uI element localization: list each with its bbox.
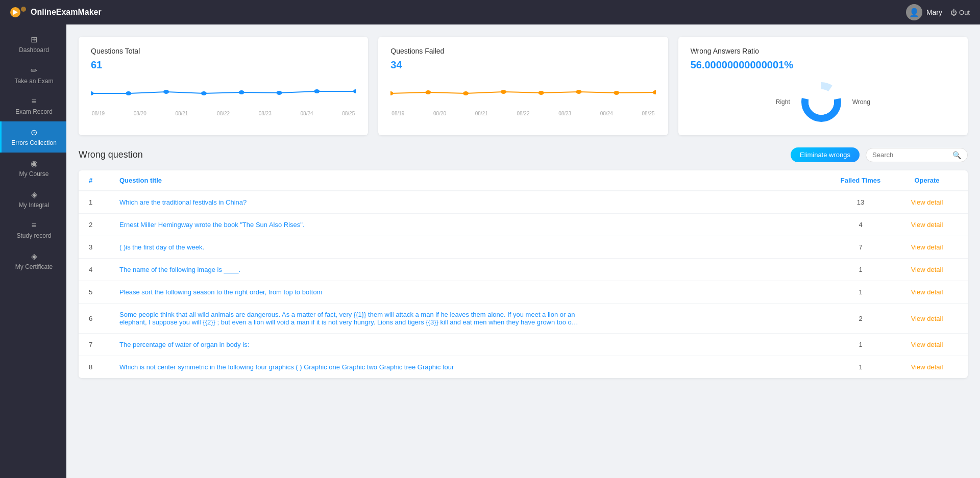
questions-total-chart	[91, 79, 356, 110]
stat-card-questions-total: Questions Total 61	[79, 37, 368, 135]
cell-num: 8	[89, 363, 119, 371]
cell-title[interactable]: Ernest Miller Hemingway wrote the book "…	[119, 221, 579, 229]
stat-card-questions-failed: Questions Failed 34	[378, 37, 668, 135]
cell-num: 3	[89, 243, 119, 251]
layout: ⊞ Dashboard ✏ Take an Exam ≡ Exam Record…	[0, 24, 980, 478]
logo: OnlineExamMaker	[10, 4, 102, 20]
dashboard-icon: ⊞	[31, 35, 37, 44]
avatar: 👤	[906, 4, 922, 20]
col-header-title: Question title	[119, 177, 825, 184]
table-body: 1 Which are the traditional festivals in…	[79, 191, 968, 378]
sidebar-item-my-course[interactable]: ◉ My Course	[0, 153, 66, 184]
cell-num: 2	[89, 221, 119, 229]
view-detail-button[interactable]: View detail	[896, 315, 958, 322]
view-detail-button[interactable]: View detail	[896, 288, 958, 296]
cell-failed: 1	[825, 288, 896, 296]
cell-failed: 7	[825, 243, 896, 251]
section-title: Wrong question	[79, 149, 143, 160]
main-content: Questions Total 61	[66, 24, 980, 478]
study-record-icon: ≡	[32, 221, 36, 230]
eliminate-wrongs-button[interactable]: Eliminate wrongs	[791, 147, 860, 162]
table-row: 3 ( )is the first day of the week. 7 Vie…	[79, 236, 968, 259]
user-name: Mary	[926, 8, 942, 16]
sidebar-label-study-record: Study record	[16, 232, 51, 239]
section-actions: Eliminate wrongs 🔍	[791, 147, 968, 162]
my-certificate-icon: ◈	[31, 251, 37, 261]
svg-point-13	[463, 91, 469, 95]
svg-point-8	[277, 91, 282, 95]
svg-point-12	[426, 90, 431, 94]
table-row: 8 Which is not center symmetric in the f…	[79, 356, 968, 378]
col-header-failed: Failed Times	[825, 177, 896, 184]
search-box[interactable]: 🔍	[866, 148, 968, 162]
topnav: OnlineExamMaker 👤 Mary ⏻ Out	[0, 0, 980, 24]
sidebar: ⊞ Dashboard ✏ Take an Exam ≡ Exam Record…	[0, 24, 66, 478]
sidebar-label-exam-record: Exam Record	[15, 108, 53, 115]
user-info[interactable]: 👤 Mary	[906, 4, 942, 20]
cell-title[interactable]: ( )is the first day of the week.	[119, 243, 579, 251]
sidebar-item-my-certificate[interactable]: ◈ My Certificate	[0, 245, 66, 276]
questions-failed-xaxis: 08/19 08/20 08/21 08/22 08/23 08/24 08/2…	[390, 111, 655, 116]
table-row: 7 The percentage of water of organ in bo…	[79, 334, 968, 356]
cell-title[interactable]: Which is not center symmetric in the fol…	[119, 363, 579, 371]
table-row: 1 Which are the traditional festivals in…	[79, 191, 968, 214]
svg-point-2	[21, 7, 26, 12]
cell-num: 5	[89, 288, 119, 296]
table-row: 6 Some people think that all wild animal…	[79, 304, 968, 334]
donut-left-label-container: Right	[776, 98, 790, 106]
sidebar-label-my-certificate: My Certificate	[15, 263, 53, 270]
cell-num: 6	[89, 315, 119, 322]
app-name: OnlineExamMaker	[31, 8, 102, 17]
take-exam-icon: ✏	[31, 66, 37, 76]
cell-title[interactable]: The percentage of water of organ in body…	[119, 341, 579, 348]
search-input[interactable]	[872, 151, 949, 159]
donut-chart	[798, 79, 844, 125]
cell-title[interactable]: Please sort the following season to the …	[119, 288, 579, 296]
view-detail-button[interactable]: View detail	[896, 221, 958, 229]
view-detail-button[interactable]: View detail	[896, 363, 958, 371]
sidebar-item-exam-record[interactable]: ≡ Exam Record	[0, 91, 66, 121]
cell-failed: 1	[825, 341, 896, 348]
svg-point-3	[91, 91, 93, 95]
cell-num: 4	[89, 266, 119, 273]
svg-point-10	[353, 89, 356, 93]
view-detail-button[interactable]: View detail	[896, 198, 958, 206]
view-detail-button[interactable]: View detail	[896, 341, 958, 348]
wrong-ratio-value: 56.00000000000001%	[691, 59, 955, 71]
my-integral-icon: ◈	[31, 190, 37, 199]
cell-failed: 13	[825, 198, 896, 206]
svg-point-21	[808, 89, 834, 115]
sidebar-item-dashboard[interactable]: ⊞ Dashboard	[0, 29, 66, 60]
wrong-ratio-title: Wrong Answers Ratio	[691, 47, 955, 55]
sidebar-label-my-course: My Course	[19, 170, 48, 178]
sidebar-label-my-integral: My Integral	[19, 202, 49, 209]
view-detail-button[interactable]: View detail	[896, 266, 958, 273]
table-header-row: # Question title Failed Times Operate	[79, 170, 968, 191]
svg-point-15	[538, 91, 544, 95]
sidebar-item-take-exam[interactable]: ✏ Take an Exam	[0, 60, 66, 91]
stats-row: Questions Total 61	[79, 37, 968, 135]
svg-point-18	[653, 90, 655, 94]
donut-right-label-container: Wrong	[852, 98, 870, 106]
questions-table: # Question title Failed Times Operate 1 …	[79, 170, 968, 378]
signout-label: Out	[959, 9, 970, 16]
col-header-operate: Operate	[896, 177, 958, 184]
questions-failed-title: Questions Failed	[390, 47, 655, 55]
cell-title[interactable]: Some people think that all wild animals …	[119, 311, 579, 326]
signout-button[interactable]: ⏻ Out	[950, 9, 970, 16]
svg-point-6	[201, 91, 207, 95]
cell-num: 1	[89, 198, 119, 206]
sidebar-item-my-integral[interactable]: ◈ My Integral	[0, 184, 66, 215]
view-detail-button[interactable]: View detail	[896, 243, 958, 251]
svg-point-16	[576, 90, 582, 94]
svg-point-17	[614, 91, 620, 95]
sidebar-label-dashboard: Dashboard	[19, 46, 49, 54]
table-row: 2 Ernest Miller Hemingway wrote the book…	[79, 214, 968, 236]
sidebar-label-errors-collection: Errors Collection	[11, 139, 57, 146]
wrong-label: Wrong	[852, 98, 870, 106]
cell-num: 7	[89, 341, 119, 348]
sidebar-item-errors-collection[interactable]: ⊙ Errors Collection	[0, 121, 66, 153]
sidebar-item-study-record[interactable]: ≡ Study record	[0, 215, 66, 245]
cell-title[interactable]: Which are the traditional festivals in C…	[119, 198, 579, 206]
cell-title[interactable]: The name of the following image is ____.	[119, 266, 579, 273]
